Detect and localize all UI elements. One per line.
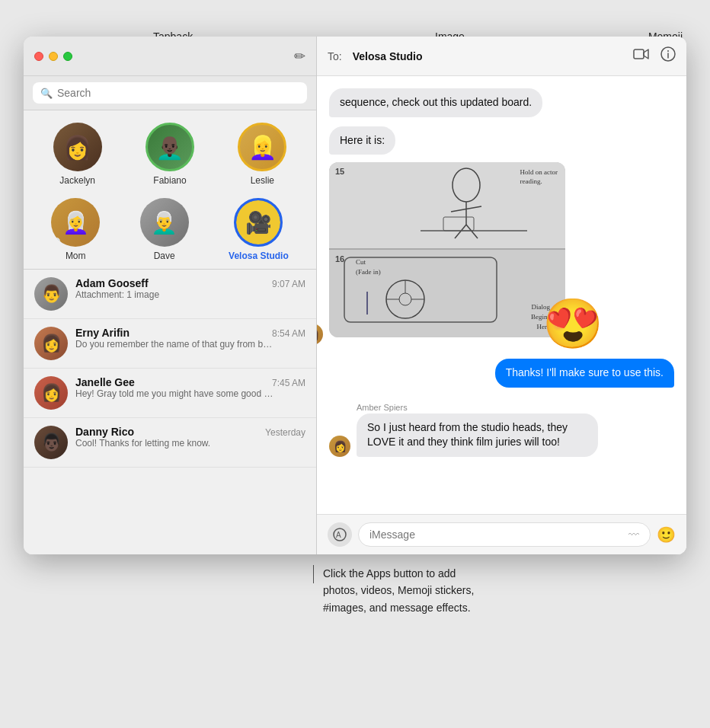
pinned-name-leslie: Leslie bbox=[251, 175, 274, 186]
pinned-contact-dave[interactable]: 👨‍🦳 Dave bbox=[140, 198, 189, 261]
chat-messages: sequence, check out this updated board. … bbox=[317, 76, 686, 514]
chat-recipient: Velosa Studio bbox=[353, 50, 625, 62]
conv-avatar-danny: 👨🏿 bbox=[34, 426, 68, 459]
conv-content-danny: Danny Rico Yesterday Cool! Thanks for le… bbox=[75, 426, 305, 449]
apps-icon: A bbox=[333, 528, 347, 541]
pinned-name-fabiano: Fabiano bbox=[153, 175, 186, 186]
conv-time-danny: Yesterday bbox=[265, 427, 305, 438]
msg-group-sequence: sequence, check out this updated board. bbox=[329, 88, 674, 117]
msg-group-thanks: Thanks! I'll make sure to use this. bbox=[329, 359, 674, 388]
conv-preview-erny: Do you remember the name of that guy fro… bbox=[75, 339, 273, 350]
chat-input-area: A 〰 🙂 bbox=[317, 514, 686, 554]
memoji-sticker: 😍 bbox=[542, 295, 603, 353]
storyboard-panel1-svg bbox=[329, 162, 550, 242]
conversation-list: 👨 Adam Gooseff 9:07 AM Attachment: 1 ima… bbox=[24, 270, 316, 554]
pinned-contact-mom[interactable]: 👩‍🦳 Mom bbox=[51, 198, 100, 261]
pinned-name-velosa: Velosa Studio bbox=[229, 251, 289, 261]
minimize-button[interactable] bbox=[49, 52, 58, 61]
pinned-name-mom: Mom bbox=[66, 251, 86, 261]
pinned-contacts-row1: 👩 Jackelyn 👨🏿‍🦲 Fabiano 👱‍♀️ ❤️ Leslie bbox=[24, 110, 316, 193]
msg-bubble-amber: So I just heard from the studio heads, t… bbox=[357, 413, 598, 457]
chat-area: To: Velosa Studio bbox=[317, 37, 686, 554]
messages-window: ✏ 🔍 👩 Jackelyn 👨🏿‍🦲 Fabiano bbox=[24, 37, 686, 554]
conv-preview-janelle: Hey! Gray told me you might have some go… bbox=[75, 388, 273, 399]
svg-line-6 bbox=[455, 225, 466, 238]
conv-preview-adam: Attachment: 1 image bbox=[75, 289, 273, 300]
msg-with-avatar-amber: 👩 So I just heard from the studio heads,… bbox=[329, 413, 674, 457]
conv-item-erny[interactable]: 👩 Erny Arifin 8:54 AM Do you remember th… bbox=[24, 319, 316, 369]
conv-item-janelle[interactable]: 👩 Janelle Gee 7:45 AM Hey! Gray told me … bbox=[24, 369, 316, 418]
msg-bubble-sequence: sequence, check out this updated board. bbox=[329, 88, 542, 117]
conv-name-adam: Adam Gooseff bbox=[75, 277, 149, 289]
msg-bubble-hereit: Here it is: bbox=[329, 126, 395, 155]
pinned-contact-jackelyn[interactable]: 👩 Jackelyn bbox=[53, 123, 102, 186]
online-dot-mom bbox=[53, 238, 60, 245]
conv-content-adam: Adam Gooseff 9:07 AM Attachment: 1 image bbox=[75, 277, 305, 300]
conv-item-adam[interactable]: 👨 Adam Gooseff 9:07 AM Attachment: 1 ima… bbox=[24, 270, 316, 319]
search-bar-container: 🔍 bbox=[24, 76, 316, 110]
info-button[interactable] bbox=[660, 46, 676, 65]
msg-avatar-amber: 👩 bbox=[329, 436, 350, 457]
search-input-wrapper[interactable]: 🔍 bbox=[33, 82, 307, 104]
panel1-text: Hold on actorreading. bbox=[520, 168, 558, 186]
msg-bubble-thanks: Thanks! I'll make sure to use this. bbox=[495, 359, 674, 388]
svg-text:A: A bbox=[336, 531, 341, 539]
message-input[interactable] bbox=[369, 528, 622, 541]
conv-content-janelle: Janelle Gee 7:45 AM Hey! Gray told me yo… bbox=[75, 376, 305, 399]
svg-point-11 bbox=[399, 293, 411, 305]
waveform-icon: 〰 bbox=[628, 528, 639, 541]
search-icon: 🔍 bbox=[40, 88, 53, 99]
svg-rect-0 bbox=[634, 49, 644, 59]
msg-avatar-velosa: 👩 bbox=[317, 324, 323, 345]
message-input-wrapper[interactable]: 〰 bbox=[358, 522, 651, 547]
emoji-button[interactable]: 🙂 bbox=[657, 525, 676, 544]
pinned-contacts-row2: 👩‍🦳 Mom 👨‍🦳 Dave 🎥 Velosa Studio bbox=[24, 193, 316, 270]
pinned-contact-leslie[interactable]: 👱‍♀️ ❤️ Leslie bbox=[238, 123, 286, 186]
conv-preview-danny: Cool! Thanks for letting me know. bbox=[75, 438, 273, 449]
msg-group-amber: Amber Spiers 👩 So I just heard from the … bbox=[329, 403, 674, 457]
conv-time-adam: 9:07 AM bbox=[272, 279, 305, 289]
conv-time-janelle: 7:45 AM bbox=[272, 378, 305, 388]
video-call-button[interactable] bbox=[633, 48, 650, 64]
apps-button[interactable]: A bbox=[328, 522, 352, 547]
to-label: To: bbox=[328, 50, 342, 62]
svg-point-3 bbox=[453, 168, 480, 202]
sender-label-amber: Amber Spiers bbox=[357, 403, 674, 412]
conv-name-erny: Erny Arifin bbox=[75, 327, 130, 339]
svg-line-7 bbox=[466, 225, 478, 238]
conv-time-erny: 8:54 AM bbox=[272, 328, 305, 339]
conv-name-janelle: Janelle Gee bbox=[75, 376, 135, 388]
bottom-annotation: Click the Apps button to add photos, vid… bbox=[24, 565, 686, 616]
traffic-lights bbox=[34, 52, 72, 61]
svg-point-2 bbox=[667, 50, 669, 52]
panel2-text: Cut(Fade in) bbox=[356, 257, 381, 276]
conv-name-danny: Danny Rico bbox=[75, 426, 134, 438]
conv-avatar-erny: 👩 bbox=[34, 327, 68, 360]
chat-header: To: Velosa Studio bbox=[317, 37, 686, 76]
sidebar: ✏ 🔍 👩 Jackelyn 👨🏿‍🦲 Fabiano bbox=[24, 37, 317, 554]
conv-avatar-janelle: 👩 bbox=[34, 376, 68, 410]
conv-content-erny: Erny Arifin 8:54 AM Do you remember the … bbox=[75, 327, 305, 350]
search-input[interactable] bbox=[57, 87, 299, 99]
bottom-annotation-text: Click the Apps button to add photos, vid… bbox=[323, 565, 474, 616]
conv-avatar-adam: 👨 bbox=[34, 277, 68, 311]
pinned-name-dave: Dave bbox=[154, 251, 175, 261]
msg-group-here-it-is: Here it is: 15 bbox=[329, 126, 674, 338]
chat-icon-group bbox=[633, 46, 676, 65]
pinned-contact-velosa[interactable]: 🎥 Velosa Studio bbox=[229, 198, 289, 261]
conv-item-danny[interactable]: 👨🏿 Danny Rico Yesterday Cool! Thanks for… bbox=[24, 418, 316, 468]
pinned-contact-fabiano[interactable]: 👨🏿‍🦲 Fabiano bbox=[146, 123, 194, 186]
close-button[interactable] bbox=[34, 52, 43, 61]
compose-button[interactable]: ✏ bbox=[294, 48, 305, 65]
heart-badge: ❤️ bbox=[274, 123, 286, 134]
sidebar-titlebar: ✏ bbox=[24, 37, 316, 76]
pinned-name-jackelyn: Jackelyn bbox=[59, 175, 95, 186]
maximize-button[interactable] bbox=[63, 52, 72, 61]
